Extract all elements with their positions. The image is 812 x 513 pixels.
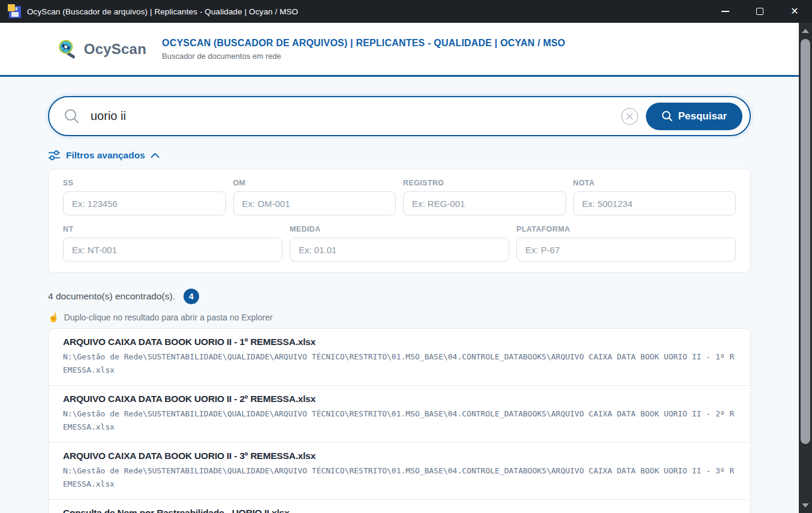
result-filename: ARQUIVO CAIXA DATA BOOK UORIO II - 3º RE… xyxy=(63,451,736,461)
clear-search-button[interactable] xyxy=(621,107,639,125)
results-hint-text: Duplo-clique no resultado para abrir a p… xyxy=(64,313,273,322)
filter-field-input[interactable] xyxy=(403,191,566,215)
app-header: OcyScan OCYSCAN (BUSCADOR DE ARQUIVOS) |… xyxy=(0,23,799,75)
page-subtitle: Buscador de documentos em rede xyxy=(162,52,565,61)
page-title: OCYSCAN (BUSCADOR DE ARQUIVOS) | REPLICA… xyxy=(162,38,565,49)
filter-field: NOTA xyxy=(573,179,736,215)
result-filename: ARQUIVO CAIXA DATA BOOK UORIO II - 1º RE… xyxy=(63,337,736,347)
filter-field-label: PLATAFORMA xyxy=(516,225,736,233)
sliders-icon xyxy=(48,150,61,161)
search-submit-button[interactable]: Pesquisar xyxy=(646,103,742,130)
result-row[interactable]: Consulta de Nem por Rastreabilidade - UO… xyxy=(49,499,750,513)
filters-row-2: NT MEDIDA PLATAFORMA xyxy=(63,225,736,262)
filter-field-input[interactable] xyxy=(516,238,736,262)
filter-field: SS xyxy=(63,179,226,215)
filter-field-label: MEDIDA xyxy=(290,225,509,233)
result-filepath: N:\Gestão de Rede\SUSTENTABILIDADE\QUALI… xyxy=(63,407,736,434)
search-bar: Pesquisar xyxy=(48,96,751,136)
minimize-icon xyxy=(721,11,729,12)
logo-text: OcyScan xyxy=(84,41,146,58)
filter-field: PLATAFORMA xyxy=(516,225,736,262)
results-count-row: 4 documento(s) encontrado(s). 4 xyxy=(48,289,751,304)
results-hint-row: ☝ Duplo-clique no resultado para abrir a… xyxy=(48,312,751,323)
filter-field-label: REGISTRO xyxy=(403,179,566,187)
filter-field-label: OM xyxy=(233,179,396,187)
main-window: OcyScan OCYSCAN (BUSCADOR DE ARQUIVOS) |… xyxy=(0,23,799,513)
filter-field-label: NT xyxy=(63,225,282,233)
result-filepath: N:\Gestão de Rede\SUSTENTABILIDADE\QUALI… xyxy=(63,464,736,491)
search-input[interactable] xyxy=(91,109,621,123)
pointing-hand-icon: ☝ xyxy=(48,312,59,323)
advanced-filters-panel: SS OM REGISTRO NOTA NT MEDIDA PLATAFORMA xyxy=(48,169,751,273)
minimize-button[interactable] xyxy=(708,0,742,23)
filter-field-label: SS xyxy=(63,179,226,187)
filter-field-input[interactable] xyxy=(233,191,396,215)
scroll-up-arrow[interactable] xyxy=(799,24,812,37)
advanced-filters-label: Filtros avançados xyxy=(66,150,145,161)
filter-field: NT xyxy=(63,225,282,262)
result-row[interactable]: ARQUIVO CAIXA DATA BOOK UORIO II - 2º RE… xyxy=(49,385,750,442)
filters-row-1: SS OM REGISTRO NOTA xyxy=(63,179,736,215)
result-filename: ARQUIVO CAIXA DATA BOOK UORIO II - 2º RE… xyxy=(63,394,736,404)
result-row[interactable]: ARQUIVO CAIXA DATA BOOK UORIO II - 1º RE… xyxy=(49,329,750,385)
results-count-badge: 4 xyxy=(184,289,199,304)
ocyscan-logo-icon xyxy=(57,31,79,68)
search-icon xyxy=(64,108,80,124)
advanced-filters-toggle[interactable]: Filtros avançados xyxy=(48,150,160,161)
close-icon: ✕ xyxy=(790,7,798,16)
results-count-text: 4 documento(s) encontrado(s). xyxy=(48,291,175,302)
clear-circle-x-icon xyxy=(621,107,639,125)
scroll-down-arrow[interactable] xyxy=(799,499,812,512)
result-filepath: N:\Gestão de Rede\SUSTENTABILIDADE\QUALI… xyxy=(63,350,736,377)
filter-field: MEDIDA xyxy=(290,225,509,262)
search-button-label: Pesquisar xyxy=(678,110,727,122)
maximize-icon xyxy=(756,8,763,15)
chevron-up-icon xyxy=(151,152,160,158)
result-row[interactable]: ARQUIVO CAIXA DATA BOOK UORIO II - 3º RE… xyxy=(49,442,750,499)
app-icon xyxy=(8,5,21,18)
filter-field-input[interactable] xyxy=(63,238,282,262)
filter-field: REGISTRO xyxy=(403,179,566,215)
filter-field-input[interactable] xyxy=(290,238,509,262)
header-divider xyxy=(0,75,799,77)
vertical-scrollbar[interactable] xyxy=(799,23,812,513)
filter-field: OM xyxy=(233,179,396,215)
maximize-button[interactable] xyxy=(742,0,777,23)
results-list: ARQUIVO CAIXA DATA BOOK UORIO II - 1º RE… xyxy=(48,328,751,513)
filter-field-input[interactable] xyxy=(573,191,736,215)
result-filename: Consulta de Nem por Rastreabilidade - UO… xyxy=(63,508,736,513)
search-button-icon xyxy=(661,110,673,122)
filter-field-input[interactable] xyxy=(63,191,226,215)
close-button[interactable]: ✕ xyxy=(777,0,812,23)
window-titlebar: OcyScan (Buscador de arquivos) | Replica… xyxy=(0,0,812,23)
scrollbar-thumb[interactable] xyxy=(801,39,810,444)
filter-field-label: NOTA xyxy=(573,179,736,187)
window-title: OcyScan (Buscador de arquivos) | Replica… xyxy=(27,7,298,16)
app-logo: OcyScan xyxy=(57,31,146,68)
